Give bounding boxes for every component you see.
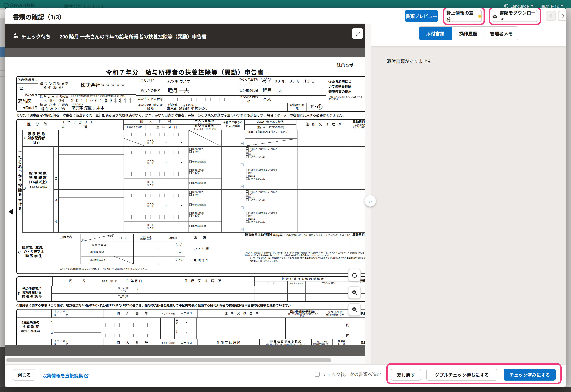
button-label: 差し戻す <box>397 371 415 378</box>
col-specified-note: （平15.1.2生～平19.1.1生） <box>188 128 221 130</box>
button-label: チェック済みにする <box>509 371 550 378</box>
tab-admin-memo[interactable]: 管理者メモ <box>485 27 518 40</box>
rotate-icon <box>351 272 357 278</box>
section-u16-label: 16歳未満の扶 養 親 族（平22.1.2以後生） <box>17 318 50 339</box>
col-nonresident: 非居住者である親族 <box>245 120 296 125</box>
col-livelihood: 生計を一にする事実 <box>245 125 296 130</box>
close-button[interactable]: 閉じる <box>13 369 35 380</box>
document-title: 200 睦月 一夫さんの今年の給与所得者の扶養控除等（異動）申告書 <box>60 34 207 40</box>
button-label: 書類プレビュー <box>406 13 437 19</box>
c-content-label: 障害者又は勤労学生の内容（この欄の記載に当たっては、裏面の「2 記載についてのご… <box>245 233 351 237</box>
col-change: 異動月日及び事由 <box>352 120 365 124</box>
side-panel-tabs: 添付書類 操作履歴 管理者メモ <box>371 24 566 46</box>
form-d-table: 氏 名 あなたとの続 柄 生 年 月 日 住 所 又 は 居 所 控 除 を 受… <box>16 276 365 302</box>
col-change-note: （令和7年中に異動があった場合に記載してください（以下同じです。）。） <box>352 124 365 128</box>
payer-address-value: 東京都 港区 六本木 <box>72 106 105 111</box>
caret-down-icon <box>531 5 533 7</box>
modal-footer: 閉じる 収集情報を直接編集 チェック後、次の書類へ進む 差し戻す ダブルチェック… <box>5 364 566 387</box>
c-footnotes: （注）1 源泉控除対象配偶者とは、所得者（令和7年中の所得の見積額が900万円以… <box>244 251 365 273</box>
relation-label: あなたとの続柄 <box>238 96 260 103</box>
section-a-label: A 源 泉 控 除対象配偶者（注1） <box>23 130 59 146</box>
next-document-button[interactable] <box>558 11 566 21</box>
era-selected: 平 <box>262 80 266 83</box>
your-birth-value: 08 年 03 月 13 日 <box>275 79 315 84</box>
download-cloud-icon <box>492 14 497 18</box>
tab-attachments[interactable]: 添付書類 <box>419 27 452 40</box>
col-kana: （ フ リ ガ ナ ） <box>61 121 94 124</box>
document-download-button[interactable]: 書類をダウンロード <box>492 10 538 22</box>
relation-value: 本人 <box>263 97 271 102</box>
chevron-left-icon <box>549 14 553 18</box>
section-u16-row: 1 平令・ ・ 円 <box>50 318 365 328</box>
resident-tax-line: ○住民税に関する事項（この欄は、地方税法第45条の3の2及び第317条の3の2に… <box>16 304 365 308</box>
tab-history[interactable]: 操作履歴 <box>452 27 485 40</box>
panel-resize-handle[interactable]: ↔ <box>364 195 376 207</box>
background-page-right <box>566 8 571 387</box>
document-viewer: 社員番号 令和７年分 給与所得者の扶養控除等（異動）申告書 所轄税務署長等 芝 <box>5 48 365 356</box>
form-main-table: 区 分 等 （ フ リ ガ ナ ） 氏 名 個 人 番 号 あなたとの続柄 生 … <box>16 119 365 274</box>
chevron-right-icon <box>561 14 565 18</box>
b-row-number: 1 <box>54 147 59 168</box>
payer-number-note: ※この申告書の提出を受けた給与の支払者が記載してください。 <box>71 95 126 97</box>
d-col-name: 氏 名 <box>53 277 101 286</box>
form-notice: あなたに源泉控除対象配偶者、障害者に該当する同一生計配偶者及び扶養親族がなく、か… <box>16 113 365 117</box>
button-label: ダブルチェック待ちにする <box>435 371 489 378</box>
document-check-modal: 書類の確認（1/3） 書類プレビュー 身上情報の差分 書類をダウンロード チェッ… <box>5 8 566 387</box>
language-menu[interactable]: Language <box>504 4 534 9</box>
spouse-value: 有・無 <box>307 103 326 111</box>
col-relation: あなたとの続柄 <box>123 125 145 130</box>
section-b: B 控 除 対 象扶 養 親 族（16歳以上）（平22.1.1以前生） 1 <box>23 147 365 233</box>
rotate-button[interactable] <box>348 269 361 281</box>
c-note-line: 上の該当する項目及び欄にチェックを付け、（ ）内には該当する扶養親族の人数を記入… <box>60 268 240 270</box>
side-label-main-salary: 主たる給与から控除を受ける <box>17 130 23 233</box>
modal-header: 書類の確認（1/3） 書類プレビュー 身上情報の差分 書類をダウンロード <box>5 8 566 24</box>
disability-table: 該当者区分 本 人 同 一 生 計配偶者（注2） 扶養親族 一 般 の 障 害 … <box>81 234 185 264</box>
b-row-number: 4 <box>54 211 59 232</box>
checkbox-label: チェック後、次の書類へ進む <box>322 371 381 378</box>
advance-after-check-checkbox[interactable] <box>315 372 320 377</box>
section-d-label: D 他の所得者が控除を受ける扶 養 親 族 等 <box>17 286 52 301</box>
d-col-relation: あなたとの続 柄 <box>101 277 118 286</box>
fullscreen-button[interactable] <box>352 28 363 39</box>
send-back-button[interactable]: 差し戻す <box>391 369 421 380</box>
zoom-out-button[interactable] <box>348 303 361 316</box>
button-label: 書類をダウンロード <box>499 9 538 23</box>
document-status-bar: チェック待ち200 睦月 一夫さんの今年の給与所得者の扶養控除等（異動）申告書 <box>5 24 365 48</box>
zoom-in-button[interactable] <box>348 286 361 299</box>
d-col-birth: 生 年 月 日 <box>118 277 151 286</box>
yellow-status-dot-icon <box>479 14 481 17</box>
status-label: チェック待ち <box>22 34 51 40</box>
your-name-value: 睦月 一夫 <box>168 88 189 94</box>
section-u16-row: 2 平令・ ・ 円 <box>50 328 365 339</box>
section-b-row: 1 明・大昭・平・ ・ <box>54 147 365 168</box>
side-panel-body: 添付書類がありません。 <box>371 46 566 364</box>
person-check-icon <box>13 33 19 39</box>
advance-after-check-option: チェック後、次の書類へ進む <box>315 371 381 378</box>
resize-arrows-icon: ↔ <box>367 198 373 204</box>
tab-label: 管理者メモ <box>490 30 513 37</box>
personal-info-diff-button[interactable]: 身上情報の差分 <box>446 10 482 22</box>
form-title: 令和７年分 給与所得者の扶養控除等（異動）申告書 <box>5 68 365 76</box>
col-income: 令和７年中の所得の見積額 <box>221 120 244 130</box>
document-preview-button[interactable]: 書類プレビュー <box>405 10 438 22</box>
col-mynumber: 個 人 番 号 <box>123 120 188 125</box>
edit-collected-info-link[interactable]: 収集情報を直接編集 <box>42 372 89 379</box>
background-page-bottom <box>0 387 571 392</box>
city-name: 葛飾区 <box>18 99 31 104</box>
page-left-marker-icon <box>8 209 13 214</box>
smarthr-logo: SmartHR <box>3 2 35 9</box>
d-col-other: 控 除 を 受 け る 他 の 所 得 者 <box>255 277 351 281</box>
your-name-label: あなたの氏名 <box>136 86 165 95</box>
zoom-in-icon <box>351 290 357 295</box>
mark-checked-button[interactable]: チェック済みにする <box>504 369 556 380</box>
previous-document-button[interactable] <box>546 11 556 21</box>
form-top-block: 所轄税務署長等 芝 税務署長 葛飾区 市区町村長 <box>16 76 365 112</box>
your-address-label: あなたの住所又 は 居 所 <box>136 103 165 111</box>
set-double-check-button[interactable]: ダブルチェック待ちにする <box>426 369 497 380</box>
col-birth: 生 年 月 日 <box>146 125 188 130</box>
era-options: 明・大・昭平・令 <box>261 78 272 83</box>
form-bottom-table: （ フ リ ガ ナ ）氏 名 個 人 番 号 あなたとの続柄 生 年 月 日 住… <box>16 309 365 345</box>
scrollbar-thumb[interactable] <box>6 358 331 362</box>
tax-office-name: 芝 <box>18 84 24 91</box>
screen: SmartHR 株式会社＊＊＊＊＊ Language 事務 日代 書類の確認（1… <box>0 0 571 392</box>
